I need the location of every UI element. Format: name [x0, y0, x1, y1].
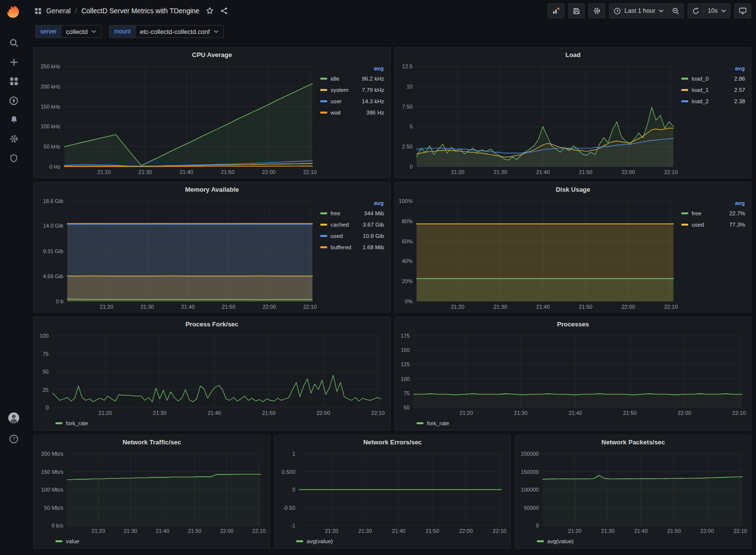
series-color-swatch [56, 540, 62, 542]
legend-item-used[interactable]: used10.8 Gib [320, 230, 384, 241]
svg-text:5: 5 [410, 123, 413, 129]
variable-server-select[interactable]: collectd [61, 25, 101, 38]
search-icon[interactable] [3, 33, 25, 53]
legend-item-value[interactable]: value [56, 538, 80, 544]
nav-actions: Last 1 hour [548, 3, 751, 18]
legend-item-user[interactable]: user14.3 kHz [320, 95, 384, 107]
chart-network-packets[interactable]: 05000010000015000020000021:2021:3021:402… [518, 449, 748, 535]
variables-bar: server collectd mount etc-collectd-colle… [28, 22, 756, 41]
add-panel-button[interactable] [548, 3, 564, 18]
svg-text:21:40: 21:40 [207, 410, 221, 416]
share-icon[interactable] [220, 7, 228, 15]
legend-item-idle[interactable]: idle96.2 kHz [320, 73, 384, 84]
dashboard-settings-button[interactable] [588, 3, 605, 18]
favorite-star-icon[interactable] [206, 7, 214, 15]
legend-item-free[interactable]: free344 Mib [320, 207, 384, 219]
chart-process-fork[interactable]: 025507510021:2021:3021:4021:5022:0022:10 [37, 331, 387, 417]
chart-memory-available[interactable]: 0 b4.66 Gib9.31 Gib14.0 Gib18.6 Gib21:20… [37, 196, 318, 311]
legend-item-avgvalue[interactable]: avg(value) [296, 538, 333, 544]
refresh-interval-dropdown[interactable]: 10s [704, 3, 730, 18]
chart-disk-usage[interactable]: 0%20%40%60%80%100%21:2021:3021:4021:5022… [398, 196, 679, 311]
panel-process-fork: Process Fork/sec 025507510021:2021:3021:… [33, 317, 391, 431]
series-color-swatch [56, 422, 62, 424]
legend-item-fork_rate[interactable]: fork_rate [56, 420, 88, 426]
panel-title-cpu-average[interactable]: CPU Average [34, 48, 390, 61]
time-controls: Last 1 hour [609, 3, 684, 18]
legend-network-traffic: value [37, 535, 267, 547]
refresh-interval-label: 10s [708, 7, 718, 14]
legend-item-fork_rate[interactable]: fork_rate [417, 420, 449, 426]
svg-text:22:00: 22:00 [316, 410, 330, 416]
top-nav: General / CollectD Server Metrics with T… [28, 0, 756, 22]
legend-item-free[interactable]: free22.7% [681, 207, 745, 219]
svg-text:0: 0 [410, 164, 413, 170]
legend-disk-usage: avgfree22.7%used77.3% [679, 196, 748, 311]
panel-row-1: CPU Average 0 Hz50 kHz100 kHz150 kHz200 … [33, 47, 752, 178]
dashboards-grid-icon[interactable] [3, 72, 25, 91]
create-plus-icon[interactable] [3, 53, 25, 72]
svg-text:14.0 Gib: 14.0 Gib [43, 223, 63, 229]
panel-processes: Processes 507510012515017521:2021:3021:4… [394, 317, 752, 431]
zoom-out-button[interactable] [668, 3, 684, 18]
legend-item-cached[interactable]: cached3.67 Gib [320, 219, 384, 230]
legend-item-load_1[interactable]: load_12.57 [681, 84, 745, 95]
alerting-bell-icon[interactable] [3, 110, 25, 129]
user-avatar[interactable] [3, 408, 25, 427]
svg-text:4.66 Gib: 4.66 Gib [43, 273, 63, 279]
legend-item-system[interactable]: system7.79 kHz [320, 84, 384, 95]
variable-mount-select[interactable]: etc-collectd-collectd.conf [135, 25, 224, 38]
svg-text:7.50: 7.50 [402, 104, 413, 110]
panel-network-traffic: Network Traffic/sec 0 b/s50 Mb/s100 Mb/s… [33, 435, 270, 549]
svg-text:200 kHz: 200 kHz [41, 84, 60, 89]
legend-series-name: used [692, 222, 704, 228]
svg-text:21:30: 21:30 [139, 169, 152, 175]
refresh-controls: 10s [688, 3, 730, 18]
legend-item-avgvalue[interactable]: avg(value) [537, 538, 574, 544]
configuration-gear-icon[interactable] [3, 129, 25, 148]
legend-series-value: 10.8 Gib [363, 233, 384, 239]
refresh-button[interactable] [688, 3, 704, 18]
breadcrumb-separator: / [75, 7, 77, 15]
svg-text:-1: -1 [290, 523, 295, 528]
legend-item-wait[interactable]: wait386 Hz [320, 107, 384, 118]
legend-item-load_0[interactable]: load_02.86 [681, 73, 745, 84]
server-admin-shield-icon[interactable] [3, 148, 25, 168]
svg-text:18.6 Gib: 18.6 Gib [43, 198, 63, 204]
panel-title-processes[interactable]: Processes [395, 317, 751, 331]
chart-processes[interactable]: 507510012515017521:2021:3021:4021:5022:0… [398, 331, 748, 417]
chart-load[interactable]: 02.5057.501012.521:2021:3021:4021:5022:0… [398, 61, 679, 176]
cycle-view-button[interactable] [734, 3, 751, 18]
svg-text:21:20: 21:20 [100, 304, 113, 310]
svg-text:22:00: 22:00 [262, 169, 276, 175]
series-color-swatch [320, 89, 327, 91]
dashboard-title[interactable]: CollectD Server Metrics with TDengine [82, 7, 199, 15]
panel-title-network-traffic[interactable]: Network Traffic/sec [34, 435, 270, 449]
breadcrumb-folder[interactable]: General [46, 7, 71, 15]
svg-text:2.50: 2.50 [402, 144, 413, 149]
save-dashboard-button[interactable] [568, 3, 585, 18]
chart-cpu-average[interactable]: 0 Hz50 kHz100 kHz150 kHz200 kHz250 kHz21… [37, 61, 318, 176]
panel-title-process-fork[interactable]: Process Fork/sec [34, 317, 390, 331]
legend-process-fork: fork_rate [37, 417, 387, 429]
chart-network-traffic[interactable]: 0 b/s50 Mb/s100 Mb/s150 Mb/s200 Mb/s21:2… [37, 449, 267, 535]
explore-compass-icon[interactable] [3, 91, 25, 110]
svg-text:12.5: 12.5 [402, 63, 413, 69]
panel-title-disk[interactable]: Disk Usage [395, 182, 751, 196]
panel-title-memory[interactable]: Memory Available [34, 182, 390, 196]
panel-title-load[interactable]: Load [395, 48, 751, 61]
chart-network-errors[interactable]: -1-0.5000.500121:2021:3021:4021:5022:002… [278, 449, 507, 535]
legend-series-value: 22.7% [729, 210, 745, 216]
legend-item-load_2[interactable]: load_22.38 [681, 95, 745, 107]
svg-text:21:50: 21:50 [667, 528, 681, 534]
legend-item-buffered[interactable]: buffered1.68 Mib [320, 241, 384, 253]
panel-title-network-errors[interactable]: Network Errors/sec [275, 435, 510, 449]
help-icon[interactable]: ? [3, 429, 25, 448]
grafana-logo-icon[interactable] [5, 3, 23, 21]
svg-text:20%: 20% [402, 278, 413, 284]
chevron-down-icon [721, 9, 726, 12]
svg-text:50000: 50000 [524, 505, 539, 511]
legend-item-used[interactable]: used77.3% [681, 219, 745, 230]
svg-text:21:50: 21:50 [188, 528, 201, 534]
panel-title-network-packets[interactable]: Network Packets/sec [515, 435, 751, 449]
time-range-picker[interactable]: Last 1 hour [609, 3, 668, 18]
